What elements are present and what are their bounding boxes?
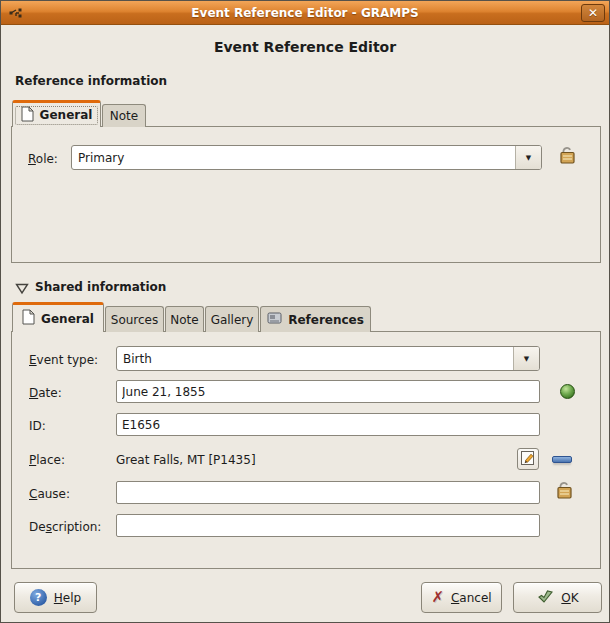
role-label: Role: xyxy=(28,152,58,166)
id-label: ID: xyxy=(29,419,46,433)
tab-label: Note xyxy=(170,313,198,327)
window-title: Event Reference Editor - GRAMPS xyxy=(1,1,609,25)
close-icon[interactable]: ✕ xyxy=(581,4,605,22)
tab-label: References xyxy=(288,313,364,327)
tab-shared-references[interactable]: References xyxy=(260,306,371,332)
edit-place-button[interactable] xyxy=(517,448,539,470)
cancel-x-icon: ✗ xyxy=(431,590,444,605)
help-button-label: Help xyxy=(54,591,81,605)
event-reference-editor-window: Event Reference Editor - GRAMPS ✕ Event … xyxy=(0,0,610,623)
tab-label: General xyxy=(41,312,94,326)
cancel-button[interactable]: ✗ Cancel xyxy=(421,582,502,613)
document-icon xyxy=(22,309,35,328)
tab-label: Note xyxy=(110,109,138,123)
date-input[interactable] xyxy=(116,380,540,403)
privacy-lock-icon[interactable] xyxy=(554,478,574,500)
role-value: Primary xyxy=(72,151,515,165)
help-button[interactable]: ? Help xyxy=(14,582,97,613)
date-label: Date: xyxy=(29,386,62,400)
cause-label: Cause: xyxy=(29,487,70,501)
event-type-label: Event type: xyxy=(29,353,98,367)
date-validity-led-icon[interactable] xyxy=(560,384,575,399)
tab-label: General xyxy=(40,108,93,122)
privacy-lock-icon[interactable] xyxy=(557,143,577,165)
cause-input[interactable] xyxy=(116,481,540,504)
place-label: Place: xyxy=(29,453,65,467)
document-icon xyxy=(21,106,34,125)
dropdown-arrow-icon[interactable]: ▼ xyxy=(513,347,539,370)
cancel-button-label: Cancel xyxy=(451,591,492,605)
id-input[interactable] xyxy=(116,413,540,436)
role-combobox[interactable]: Primary ▼ xyxy=(71,145,542,170)
tab-reference-general[interactable]: General xyxy=(12,100,101,127)
tab-label: Sources xyxy=(111,313,158,327)
event-type-value: Birth xyxy=(117,352,513,366)
place-value: Great Falls, MT [P1435] xyxy=(116,453,256,467)
edit-pencil-icon xyxy=(520,450,536,469)
tab-reference-note[interactable]: Note xyxy=(102,104,146,127)
shared-information-label: Shared information xyxy=(35,280,166,294)
shared-expander-icon[interactable] xyxy=(15,283,29,295)
tab-shared-note[interactable]: Note xyxy=(165,306,204,332)
remove-place-icon[interactable] xyxy=(552,456,572,463)
tab-label: Gallery xyxy=(211,313,254,327)
event-type-combobox[interactable]: Birth ▼ xyxy=(116,346,540,371)
dropdown-arrow-icon[interactable]: ▼ xyxy=(515,146,541,169)
description-input[interactable] xyxy=(116,514,540,537)
references-icon xyxy=(267,312,282,327)
description-label: Description: xyxy=(29,520,101,534)
ok-check-icon xyxy=(536,588,554,607)
tab-shared-gallery[interactable]: Gallery xyxy=(205,306,259,332)
titlebar[interactable]: Event Reference Editor - GRAMPS ✕ xyxy=(1,1,609,25)
help-icon: ? xyxy=(30,589,47,606)
ok-button[interactable]: OK xyxy=(513,582,602,613)
ok-button-label: OK xyxy=(561,591,578,605)
tab-shared-general[interactable]: General xyxy=(12,302,104,332)
tab-shared-sources[interactable]: Sources xyxy=(105,306,164,332)
reference-information-label: Reference information xyxy=(15,74,167,88)
page-title: Event Reference Editor xyxy=(1,39,609,55)
